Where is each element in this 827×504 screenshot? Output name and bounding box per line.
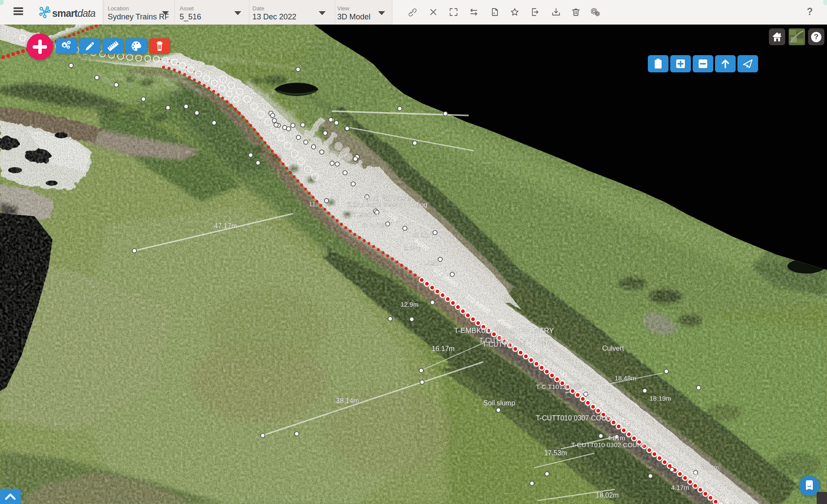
svg-text:T-CUTT10 00294 CITY: T-CUTT10 00294 CITY [482,341,553,348]
svg-text:7.28area: 7.28area [353,211,379,218]
svg-text:A: A [493,12,495,15]
svg-text:11.: 11. [309,200,317,208]
svg-text:m 6.58m: m 6.58m [363,221,388,229]
svg-text:3.84m: 3.84m [702,464,719,471]
svg-text:7.26m large trees on cutting: 7.26m large trees on cutting [347,201,427,208]
svg-text:38.14m: 38.14m [336,397,359,404]
svg-text:18.19m: 18.19m [650,395,671,402]
svg-text:17.53m: 17.53m [544,449,567,457]
svg-text:Soil slump: Soil slump [483,399,515,407]
svg-text:18.48m: 18.48m [615,374,636,382]
svg-text:4.17m: 4.17m [671,484,689,491]
svg-text:.42m: .42m [424,259,438,267]
svg-text:T-CUTT010 0302 COUNTRY: T-CUTT010 0302 COUNTRY [571,441,655,448]
svg-text:47.17m: 47.17m [214,222,237,230]
svg-text:18.02m: 18.02m [596,492,619,499]
svg-text:Culvert: Culvert [602,345,624,352]
svg-text:o1 1m: o1 1m [412,232,429,239]
svg-text:T-EMBK010 00000 COUNTRY: T-EMBK010 00000 COUNTRY [454,327,554,335]
svg-text:16.17m: 16.17m [432,345,454,352]
svg-text:4.81m: 4.81m [607,434,625,442]
svg-text:12.9m: 12.9m [401,301,419,308]
